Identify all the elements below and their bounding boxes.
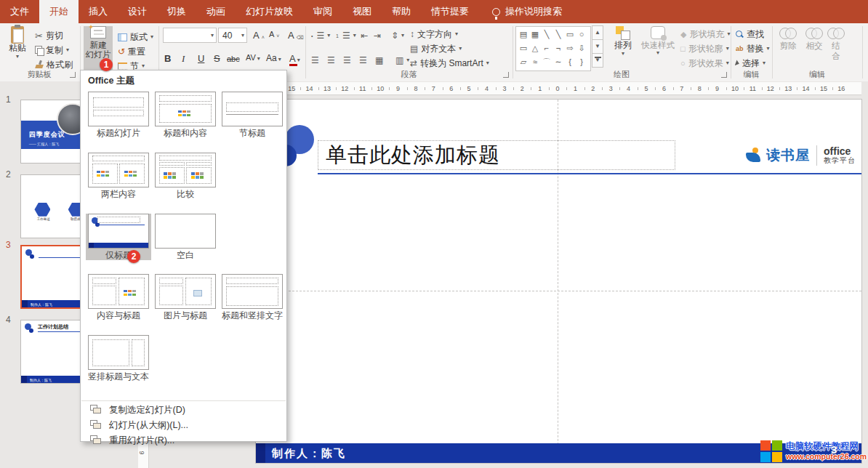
line-spacing-button[interactable]: ⇕▾ <box>391 29 404 42</box>
shape-icon[interactable]: ≈ <box>529 55 541 69</box>
clear-formatting-button[interactable]: A⌫ <box>288 31 304 40</box>
ruler-cells: 1514131211109876543210123456789101112131… <box>283 82 851 95</box>
ribbon-tab-6[interactable]: 幻灯片放映 <box>236 0 303 23</box>
shape-icon[interactable]: ▦ <box>529 28 541 41</box>
distribute-button[interactable]: ▦ <box>375 54 383 67</box>
quick-styles-button[interactable]: 快速样式 ▾ <box>640 26 676 73</box>
decrease-indent-button[interactable]: ⇤ <box>361 29 368 42</box>
merge-combine-button[interactable]: 结合 <box>830 28 842 62</box>
align-left-button[interactable]: ☰ <box>311 54 319 67</box>
shape-icon[interactable]: ▱ <box>518 55 529 69</box>
align-center-button[interactable]: ☰ <box>327 54 335 67</box>
merge-intersect-button[interactable]: 相交 <box>803 28 826 52</box>
shape-icon[interactable]: ⇨ <box>564 41 576 55</box>
shape-icon[interactable]: { <box>564 55 576 69</box>
layout-option-2[interactable]: 节标题 <box>220 92 285 139</box>
shape-icon[interactable]: ¬ <box>552 41 564 55</box>
shape-icon[interactable]: ▭ <box>518 41 529 55</box>
clipboard-dialog-launcher[interactable] <box>70 72 76 78</box>
numbering-button[interactable]: 1☰▾ <box>336 29 356 42</box>
strikethrough-button[interactable]: abc <box>227 55 240 63</box>
columns-button[interactable]: ▥▾ <box>395 54 409 67</box>
select-button[interactable]: 选择▾ <box>736 57 765 70</box>
site-watermark: 电脑软硬件教程网 www.computer26.com <box>760 435 868 467</box>
layout-option-6[interactable]: 空白 <box>153 214 218 261</box>
convert-smartart-button[interactable]: ⇄ 转换为 SmartArt▾ <box>410 57 489 70</box>
align-text-button[interactable]: ▤ 对齐文本▾ <box>410 42 462 55</box>
shape-icon[interactable]: ∼ <box>552 55 564 69</box>
align-right-button[interactable]: ☰ <box>343 54 351 67</box>
font-name-combo[interactable]: ▾ <box>163 28 217 43</box>
cut-button[interactable]: ✂ 剪切 <box>35 29 63 42</box>
shape-icon[interactable]: } <box>576 55 587 69</box>
change-case-button[interactable]: Aa▾ <box>266 54 281 62</box>
arrange-button[interactable]: 排列 ▾ <box>608 26 638 73</box>
shape-icon[interactable]: ⌒ <box>541 55 552 69</box>
reset-button[interactable]: ↺ 重置 <box>118 45 145 58</box>
shape-icon[interactable]: ╲ <box>541 28 552 41</box>
layout-option-3[interactable]: 两栏内容 <box>86 153 151 200</box>
layout-option-7[interactable]: 内容与标题 <box>86 274 151 321</box>
text-shadow-button[interactable]: S <box>214 54 220 63</box>
gallery-more-icon[interactable]: ▼ <box>592 53 603 68</box>
scroll-down-icon[interactable]: ▼ <box>592 39 603 54</box>
ribbon-tab-7[interactable]: 审阅 <box>303 0 342 23</box>
slide-title-placeholder[interactable]: 单击此处添加标题 <box>318 140 675 170</box>
shape-effects-button[interactable]: ○ 形状效果▾ <box>680 57 729 70</box>
ribbon-tab-5[interactable]: 动画 <box>196 0 236 23</box>
shrink-font-button[interactable]: A˅ <box>269 31 279 39</box>
slide-canvas[interactable]: 单击此处添加标题 读书屋 office 教学平台 制作人：陈飞 <box>256 100 861 463</box>
copy-button[interactable]: 复制 ▾ <box>35 44 69 57</box>
bullets-button[interactable]: •☰▾ <box>311 29 330 42</box>
find-button[interactable]: 查找 <box>736 28 764 41</box>
bold-button[interactable]: B <box>164 54 171 63</box>
ribbon-tab-1[interactable]: 开始 <box>39 0 79 23</box>
ribbon-tab-2[interactable]: 插入 <box>79 0 118 23</box>
copy-icon <box>35 46 43 55</box>
layout-option-9[interactable]: 标题和竖排文字 <box>220 274 285 321</box>
tell-me-label: 操作说明搜索 <box>505 5 562 18</box>
dropdown-menu-item-2[interactable]: 重用幻灯片(R)... <box>81 433 286 448</box>
drawing-dialog-launcher[interactable] <box>721 72 727 78</box>
paragraph-dialog-launcher[interactable] <box>503 72 509 78</box>
tell-me-search[interactable]: 操作说明搜索 <box>492 0 562 23</box>
ribbon-tab-10[interactable]: 情节提要 <box>421 0 479 23</box>
paste-button[interactable]: 粘贴 ▾ <box>4 26 31 74</box>
underline-button[interactable]: U <box>198 54 204 63</box>
shape-icon[interactable]: ⌐ <box>541 41 552 55</box>
text-direction-button[interactable]: ↕ 文字方向▾ <box>410 28 458 41</box>
shapes-gallery-scroll: ▲ ▼ ▼ <box>592 26 603 68</box>
replace-button[interactable]: ab 替换▾ <box>736 42 770 55</box>
ruler-number: 12 <box>762 82 779 95</box>
font-size-combo[interactable]: 40 ▾ <box>218 28 247 43</box>
shape-icon[interactable]: ▭ <box>564 28 576 41</box>
increase-indent-button[interactable]: ⇥ <box>374 29 381 42</box>
ribbon-tab-4[interactable]: 切换 <box>157 0 196 23</box>
layout-option-5[interactable]: 仅标题 <box>86 214 151 261</box>
shape-icon[interactable]: ╲ <box>552 28 564 41</box>
layout-option-8[interactable]: 图片与标题 <box>153 274 218 321</box>
layout-option-10[interactable]: 竖排标题与文本 <box>86 335 151 382</box>
shape-icon[interactable]: ⇩ <box>576 41 587 55</box>
layout-button[interactable]: 版式 ▾ <box>118 31 153 44</box>
dropdown-menu-item-1[interactable]: 幻灯片(从大纲)(L)... <box>81 418 286 433</box>
layout-option-0[interactable]: 标题幻灯片 <box>86 92 151 139</box>
shape-outline-button[interactable]: □ 形状轮廓▾ <box>680 42 729 55</box>
ribbon-tab-3[interactable]: 设计 <box>118 0 157 23</box>
shape-icon[interactable]: ▤ <box>518 28 529 41</box>
merge-subtract-button[interactable]: 剪除 <box>776 28 800 52</box>
shape-fill-button[interactable]: ◆ 形状填充▾ <box>680 28 730 41</box>
dropdown-menu-item-0[interactable]: 复制选定幻灯片(D) <box>81 403 286 418</box>
shape-icon[interactable]: △ <box>529 41 541 55</box>
italic-button[interactable]: I <box>182 54 185 63</box>
justify-button[interactable]: ☰ <box>359 54 367 67</box>
ribbon-tab-9[interactable]: 帮助 <box>382 0 421 23</box>
character-spacing-button[interactable]: AV▾ <box>246 54 260 62</box>
layout-option-4[interactable]: 比较 <box>153 153 218 200</box>
ribbon-tab-8[interactable]: 视图 <box>342 0 382 23</box>
layout-option-1[interactable]: 标题和内容 <box>153 92 218 139</box>
scroll-up-icon[interactable]: ▲ <box>592 25 603 40</box>
grow-font-button[interactable]: A˄ <box>253 31 265 40</box>
shape-icon[interactable]: ○ <box>576 28 587 41</box>
ribbon-tab-0[interactable]: 文件 <box>0 0 39 23</box>
